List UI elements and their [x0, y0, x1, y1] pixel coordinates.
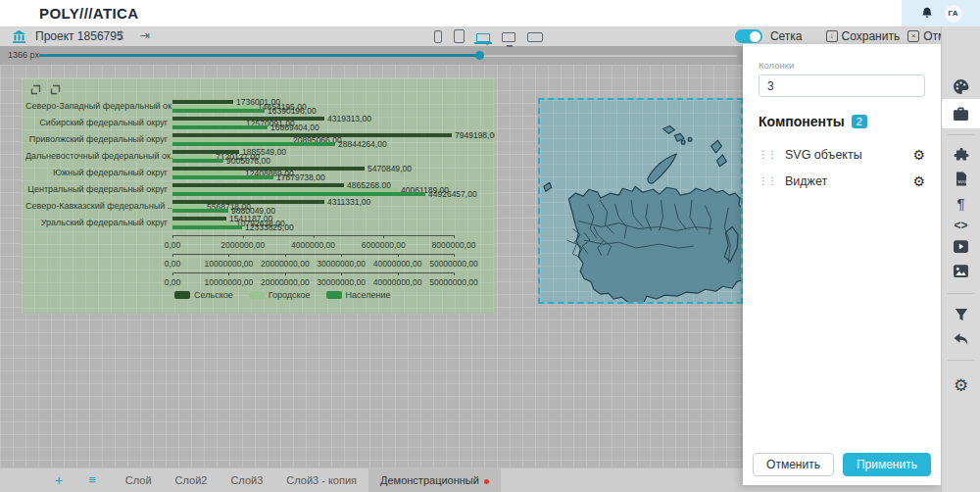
bar-Население: [172, 209, 228, 213]
columns-input[interactable]: [759, 74, 925, 97]
device-tablet-icon[interactable]: [454, 29, 465, 43]
axis-Сельское: 0,002000000,004000000,006000000,00800000…: [172, 233, 454, 252]
bar-Население: [172, 142, 335, 146]
axis-tick-label: 0,00: [165, 277, 181, 287]
bar-Население: [172, 125, 268, 129]
grid-toggle-label: Сетка: [770, 29, 803, 43]
component-row-svg-objects[interactable]: ⋮⋮ SVG объекты ⚙: [759, 141, 925, 168]
text-pilcrow-icon[interactable]: ¶: [942, 195, 980, 212]
bar-Население: [172, 225, 242, 229]
panel-apply-button[interactable]: Применить: [843, 453, 931, 476]
device-widescreen-icon[interactable]: [527, 32, 543, 42]
bar-Городское: [172, 205, 204, 209]
cancel-icon: ×: [907, 30, 919, 42]
components-title: Компоненты: [759, 114, 845, 129]
width-slider-handle[interactable]: [475, 51, 484, 60]
bar-Городское: [172, 122, 243, 125]
save-button[interactable]: ↓ Сохранить: [826, 29, 901, 43]
chart-category-label: Южный федеральный округ: [25, 165, 172, 181]
columns-field-label: Колонки: [759, 60, 925, 71]
collapse-panel-icon[interactable]: ⇥: [140, 28, 150, 42]
layers-menu-button[interactable]: ≡: [88, 468, 96, 492]
axis-tick-label: 8000000,00: [432, 240, 476, 250]
svg-file-icon[interactable]: SVG: [942, 171, 980, 191]
layer-tab[interactable]: Слой2: [164, 468, 220, 492]
components-list: ⋮⋮ SVG объекты ⚙ ⋮⋮ Виджет ⚙: [759, 141, 925, 194]
component-settings-gear-icon[interactable]: ⚙: [912, 147, 925, 163]
save-icon: ↓: [826, 30, 838, 42]
toolbox-icon[interactable]: [942, 106, 980, 126]
project-toolbar: Проект 1856795 ↥ ⇥ ✓ Сетка ↓ Сохранить ×…: [0, 26, 980, 46]
legend-item: Сельское: [174, 290, 233, 300]
widget-duplicate-icon[interactable]: [49, 83, 62, 96]
russia-map-svg: [540, 100, 741, 302]
chart-category-label: Северо-Кавказский федеральный ...: [25, 198, 172, 215]
chart-category-label: Уральский федеральный округ: [25, 215, 172, 231]
axis-tick-label: 20000000,00: [261, 277, 310, 287]
bar-Городское: [172, 105, 255, 109]
bar-Сельское: [172, 100, 233, 104]
axis-Городское: 0,0010000000,0020000000,0030000000,00400…: [172, 252, 454, 271]
map-widget[interactable]: [538, 98, 743, 304]
legend-label: Городское: [269, 290, 311, 300]
axis-tick-label: 50000000,00: [429, 259, 478, 269]
chart-widget[interactable]: Северо-Западный федеральный ок...1736001…: [22, 78, 495, 314]
puzzle-component-icon[interactable]: [942, 147, 980, 167]
top-header: POLY///ATICA ГА: [0, 0, 980, 26]
layer-tab-active[interactable]: Демонстрационный: [368, 468, 501, 492]
chart-row: Сибирский федеральный округ4319313,00125…: [25, 115, 495, 131]
widget-rotate-icon[interactable]: [29, 83, 42, 96]
chart-row: Северо-Кавказский федеральный ...4311331…: [25, 198, 495, 215]
axis-tick-label: 10000000,00: [205, 277, 254, 287]
code-embed-icon[interactable]: <>: [942, 219, 980, 232]
component-row-widget[interactable]: ⋮⋮ Виджет ⚙: [759, 168, 925, 194]
legend-swatch: [249, 291, 265, 299]
device-phone-icon[interactable]: [434, 30, 442, 43]
widget-tools: [29, 83, 62, 96]
axis-tick-label: 40000000,00: [373, 259, 422, 269]
bar-value-label: 7949198,00: [455, 131, 495, 139]
layer-tab[interactable]: Слой3 - копия: [274, 468, 368, 492]
axis-tick-label: 6000000,00: [362, 240, 406, 250]
bar-value-label: 12333825,00: [245, 223, 294, 231]
layer-tab[interactable]: Слой3: [219, 468, 274, 492]
component-settings-gear-icon[interactable]: ⚙: [912, 173, 925, 189]
user-avatar[interactable]: ГА: [945, 5, 962, 23]
polymatica-logo: POLY///ATICA: [39, 5, 138, 22]
right-icon-strip: SVG ¶ <> ⚙: [941, 26, 980, 492]
undo-arrow-icon[interactable]: [942, 332, 980, 351]
chart-category-label: Сибирский федеральный округ: [25, 115, 172, 131]
palette-icon[interactable]: [942, 78, 980, 99]
image-icon[interactable]: [942, 264, 980, 282]
export-icon[interactable]: ↥: [116, 28, 125, 42]
bar-Городское: [172, 138, 290, 142]
axis-tick-label: 40000000,00: [373, 277, 422, 287]
grid-toggle[interactable]: [735, 29, 762, 43]
settings-panel: Колонки Компоненты 2 ⋮⋮ SVG объекты ⚙ ⋮⋮…: [743, 44, 941, 485]
notifications-bell-icon[interactable]: [920, 6, 934, 21]
add-layer-button[interactable]: +: [55, 468, 63, 492]
project-multisphere-icon[interactable]: [12, 29, 26, 44]
panel-cancel-button[interactable]: Отменить: [753, 453, 834, 476]
bar-Сельское: [172, 217, 226, 221]
canvas-width-label: 1366 px: [8, 50, 39, 60]
device-desktop-icon[interactable]: [502, 32, 515, 42]
bar-value-label: 16390196,00: [268, 107, 317, 115]
bar-value-label: 4311331,00: [327, 198, 370, 206]
device-laptop-icon[interactable]: ✓: [476, 31, 490, 42]
drag-handle-icon[interactable]: ⋮⋮: [759, 149, 776, 160]
axis-tick-label: 20000000,00: [261, 259, 310, 269]
chart-axes: 0,002000000,004000000,006000000,00800000…: [172, 233, 454, 289]
chart-row: Дальневосточный федеральный ок...1885549…: [25, 148, 495, 165]
drag-handle-icon[interactable]: ⋮⋮: [759, 175, 776, 186]
video-icon[interactable]: [942, 239, 980, 258]
settings-gear-icon[interactable]: ⚙: [942, 375, 980, 396]
bar-value-label: 4319313,00: [327, 115, 371, 123]
filter-icon[interactable]: [942, 307, 980, 326]
axis-tick-label: 30000000,00: [317, 277, 366, 287]
bar-Население: [172, 159, 223, 163]
chart-row: Уральский федеральный округ1541187,00107…: [25, 215, 495, 231]
legend-item: Население: [326, 290, 391, 300]
chart-category-label: Дальневосточный федеральный ок...: [25, 148, 172, 165]
layer-tab[interactable]: Слой: [114, 468, 164, 492]
